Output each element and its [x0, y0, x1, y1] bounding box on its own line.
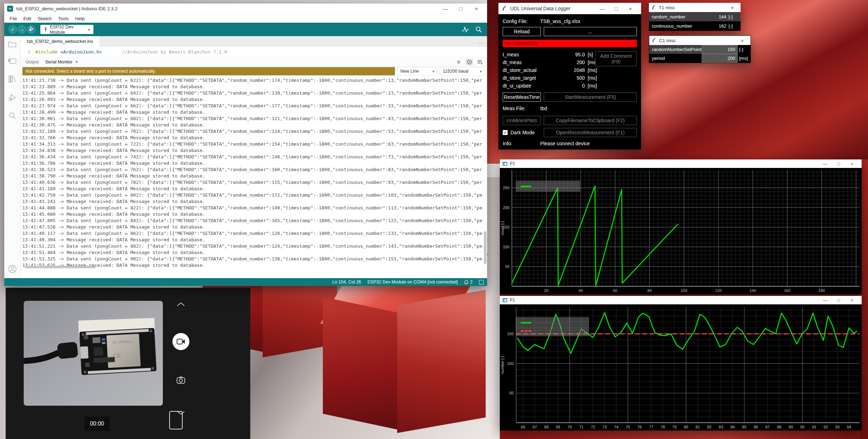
vertical-scrollbar[interactable]: [484, 231, 486, 264]
debug-button[interactable]: [27, 25, 35, 34]
start-measurement-button[interactable]: StartMeasurement (F5): [544, 92, 637, 102]
connection-status-banner: No Connection: [503, 40, 637, 47]
udl-titlebar[interactable]: UDL Universal Data Logger — □ ×: [498, 3, 641, 14]
dark-mode-label: Dark Mode: [510, 130, 535, 135]
close-button[interactable]: ×: [737, 38, 748, 44]
add-comment-button[interactable]: Add Comment (F9): [595, 51, 637, 66]
close-button[interactable]: ×: [727, 5, 738, 11]
signal-name: random_number: [652, 14, 710, 19]
maximize-button[interactable]: □: [832, 161, 845, 167]
svg-text:80: 80: [684, 425, 688, 429]
unminim-plots-button[interactable]: UnMinimPlots: [503, 116, 541, 125]
param-name: dt_store_target: [503, 75, 556, 81]
browse-config-button[interactable]: ...: [544, 27, 637, 36]
horizontal-scrollbar[interactable]: [25, 266, 96, 268]
maximize-button[interactable]: □: [453, 6, 469, 12]
account-icon[interactable]: [8, 265, 17, 273]
minimize-button[interactable]: —: [438, 6, 453, 12]
timestamp-icon[interactable]: [466, 59, 473, 65]
sketchbook-icon[interactable]: [8, 40, 17, 47]
serial-line: 13:41:44.888 -> Data sent (pongCount = 8…: [22, 205, 487, 211]
clear-output-icon[interactable]: [476, 59, 484, 65]
info-value: Please connect device: [540, 141, 590, 146]
record-video-button[interactable]: [172, 333, 189, 350]
minimize-button[interactable]: —: [818, 298, 832, 303]
debug-panel-icon[interactable]: [8, 94, 17, 101]
code-header: <ArduinoJson.h>: [61, 49, 102, 55]
param-name: dt_store_actual: [503, 67, 556, 73]
reload-button[interactable]: Reload: [503, 27, 541, 36]
chevron-up-icon[interactable]: [176, 302, 185, 307]
editor-tabstrip: tsb_ESP32_demo_websocket.ino ...: [21, 36, 487, 47]
close-button[interactable]: ×: [623, 6, 638, 12]
setpoint-unit: [-]: [738, 47, 750, 52]
close-button[interactable]: ×: [469, 6, 484, 12]
menu-tools[interactable]: Tools: [56, 15, 71, 22]
search-icon[interactable]: [8, 112, 16, 120]
boards-manager-icon[interactable]: [8, 58, 17, 64]
close-button[interactable]: ×: [845, 161, 859, 167]
signal-value: 144: [710, 14, 729, 19]
maximize-button[interactable]: □: [832, 298, 845, 303]
t1-titlebar[interactable]: T1 misc ×: [649, 3, 741, 12]
serial-line: 13:41:49.304 -> Message received: DATA M…: [22, 237, 487, 243]
serial-output[interactable]: 13:41:23.738 -> Data sent (pongCount = 6…: [21, 76, 487, 278]
p2-plot-area[interactable]: 2040608010012014016018050100150200250cou…: [500, 168, 862, 294]
svg-text:78: 78: [661, 425, 665, 429]
p2-titlebar[interactable]: P2 — □ ×: [500, 159, 862, 168]
svg-text:86: 86: [754, 425, 758, 429]
c1-misc-window: C1 misc × randomNumberSetPoint150[-]peri…: [649, 35, 751, 63]
serial-line: 13:41:23.889 -> Message received: DATA M…: [22, 84, 487, 90]
menu-edit[interactable]: Edit: [21, 15, 34, 22]
c1-window-title: C1 misc: [659, 38, 737, 43]
open-recent-button[interactable]: OpenRecentMeasurement (F1): [544, 128, 637, 137]
code-comment: //ArduinoJson by Benoit Blanchon 7.1.0: [122, 49, 227, 55]
caret-down-icon: ▾: [480, 69, 482, 73]
upload-button[interactable]: →: [18, 25, 26, 34]
cursor-position: Ln 104, Col 26: [332, 280, 361, 285]
svg-text:69: 69: [556, 425, 560, 429]
menu-help[interactable]: Help: [73, 15, 87, 22]
baud-rate-dropdown[interactable]: 115200 baud ▾: [440, 67, 485, 75]
tab-serial-monitor[interactable]: Serial Monitor ×: [45, 60, 78, 64]
svg-text:89: 89: [789, 425, 793, 429]
p1-plot-area[interactable]: 6667686970717273747576777879808182838485…: [500, 304, 862, 430]
menu-file[interactable]: File: [7, 15, 19, 22]
gallery-thumbnail[interactable]: [169, 411, 183, 429]
minimize-button[interactable]: —: [595, 6, 609, 12]
p1-titlebar[interactable]: P1 — □ ×: [500, 296, 862, 304]
c1-titlebar[interactable]: C1 misc ×: [649, 36, 750, 45]
code-editor[interactable]: 1 #include <ArduinoJson.h> //ArduinoJson…: [21, 47, 487, 57]
dark-mode-toggle[interactable]: ✓ Dark Mode: [503, 130, 541, 135]
notifications[interactable]: 2: [464, 280, 473, 285]
serial-plotter-icon[interactable]: [462, 26, 469, 33]
maximize-button[interactable]: □: [609, 6, 623, 12]
reset-meas-time-button[interactable]: ResetMeasTime: [503, 92, 541, 102]
menu-sketch[interactable]: Sketch: [35, 15, 54, 22]
code-directive: #include: [35, 49, 58, 55]
panel-layout-icon[interactable]: [479, 280, 484, 285]
close-button[interactable]: ×: [845, 298, 859, 303]
setpoint-input[interactable]: 150: [702, 45, 738, 54]
tab-sketch-file[interactable]: tsb_ESP32_demo_websocket.ino: [21, 36, 99, 47]
tab-overflow-menu[interactable]: ...: [479, 39, 484, 44]
copy-filename-button[interactable]: CopyFilenameToClipboard (F2): [544, 116, 637, 125]
verify-button[interactable]: ✓: [8, 25, 17, 34]
board-selector[interactable]: ESP32 Dev Module ▾: [40, 25, 93, 34]
library-manager-icon[interactable]: [8, 75, 17, 83]
legend-label: randomNumberSetPoint: [535, 328, 584, 333]
collapse-panel-icon[interactable]: [455, 59, 462, 65]
tab-output[interactable]: Output: [25, 60, 39, 64]
serial-line: 13:41:51.464 -> Message received: DATA M…: [22, 249, 487, 256]
serial-monitor-icon[interactable]: [475, 26, 482, 33]
ide-toolbar: ✓ → ESP32 Dev Module ▾: [4, 23, 487, 36]
legend-label: random_number: [535, 320, 569, 325]
line-ending-dropdown[interactable]: New Line ▾: [397, 67, 438, 75]
close-tab-icon[interactable]: ×: [75, 60, 78, 64]
take-photo-button[interactable]: [177, 376, 185, 384]
feather-app-icon: [652, 38, 656, 43]
serial-line: 13:41:36.786 -> Message received: DATA M…: [22, 160, 487, 167]
setpoint-input[interactable]: 200: [702, 54, 738, 63]
ide-titlebar[interactable]: ∞ tsb_ESP32_demo_websocket | Arduino IDE…: [4, 4, 487, 14]
minimize-button[interactable]: —: [818, 161, 832, 167]
